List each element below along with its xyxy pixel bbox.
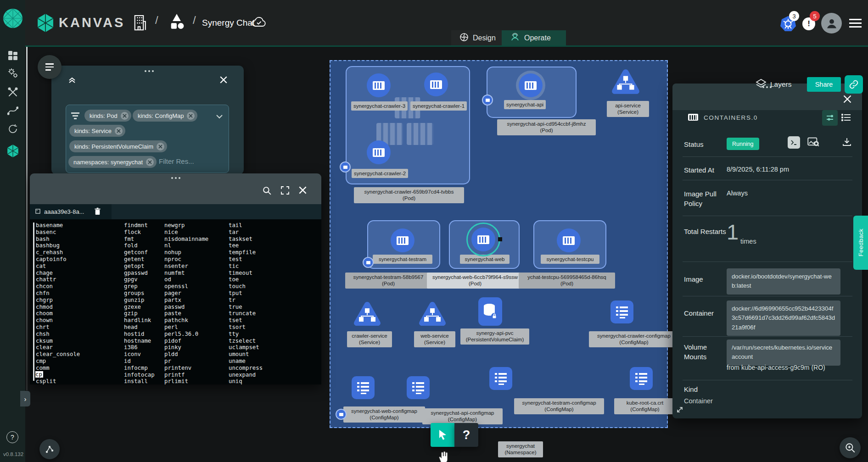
share-button[interactable]: Share [807, 77, 841, 92]
terminal-titlebar[interactable] [30, 173, 321, 204]
cloud-sync-icon[interactable] [251, 17, 267, 30]
graph-layout-button[interactable] [39, 439, 60, 459]
workspace-shapes-icon[interactable] [168, 13, 185, 32]
pod-resource-label[interactable]: synergychat-testram-58b9567(Pod) [345, 273, 431, 289]
pod-resource-label[interactable]: synergychat-web-6ccb79f964-s9ssw(Pod) [427, 273, 523, 289]
pod-badge-icon[interactable] [340, 161, 351, 173]
select-tool-button[interactable] [431, 423, 454, 447]
avatar[interactable] [821, 13, 842, 33]
chip-remove-icon[interactable] [157, 143, 164, 150]
filter-menu-button[interactable] [38, 55, 62, 79]
layers-button[interactable]: Layers [756, 78, 792, 91]
container-node-api[interactable] [519, 73, 543, 97]
container-node-crawler-3[interactable] [367, 73, 391, 97]
terminal-drag-handle[interactable] [171, 177, 180, 179]
expand-panel-icon[interactable] [676, 406, 684, 416]
container-node-crawler-1[interactable] [424, 72, 448, 96]
configmap-label[interactable]: synergychat-testram-configmap(ConfigMap) [514, 398, 604, 414]
organization-icon[interactable] [132, 14, 146, 33]
chevron-down-icon[interactable] [216, 112, 223, 121]
configmap-label[interactable]: kube-root-ca.crt(ConfigMap) [614, 398, 676, 414]
image-value[interactable]: docker.io/bootdotdev/synergychat-web:lat… [727, 268, 840, 295]
terminal-session-tab[interactable]: aaaa39e3-8a... [30, 204, 112, 219]
configmap-label[interactable]: synergychat-api-configmap(ConfigMap) [422, 408, 503, 424]
filter-chip[interactable]: namespaces: synergychat [68, 156, 157, 168]
zoom-search-button[interactable] [840, 437, 861, 458]
filter-search-input[interactable]: Filter Res... [159, 157, 194, 165]
trash-icon[interactable] [94, 207, 101, 217]
filter-close-icon[interactable] [219, 76, 228, 86]
service-label[interactable]: api-service(Service) [607, 101, 649, 117]
filter-panel-drag-handle[interactable] [145, 70, 154, 72]
terminal-output[interactable]: basename basenc bash bashbug c_rehash ca… [30, 219, 321, 384]
menu-hamburger-icon[interactable] [849, 19, 862, 28]
kind-value: Container [684, 397, 713, 405]
list-view-icon[interactable] [841, 113, 851, 124]
filter-chip[interactable]: kinds: PersistentVolumeClaim [69, 140, 167, 152]
image-inspect-button[interactable] [807, 136, 819, 150]
configmap-node-crawler[interactable] [610, 301, 633, 323]
open-terminal-button[interactable] [788, 136, 800, 149]
settings-gears-icon[interactable] [7, 67, 19, 79]
meshery-logo-icon[interactable] [3, 8, 23, 30]
filter-chip[interactable]: kinds: Pod [84, 110, 131, 122]
pvc-label[interactable]: synergy-api-pvc(PersistentVolumeClaim) [460, 328, 529, 345]
configmap-node-api[interactable] [407, 376, 430, 399]
service-node-api-service[interactable] [610, 68, 641, 97]
kanvas-logo-icon[interactable] [37, 14, 54, 34]
selection-handle[interactable] [498, 237, 502, 241]
terminal-close-icon[interactable] [298, 186, 307, 196]
terminal-scrollbar[interactable] [33, 223, 34, 381]
configmap-label[interactable]: synergychat-crawler-configmap(ConfigMap) [589, 331, 679, 347]
help-tool-button[interactable]: ? [454, 423, 478, 447]
tab-design[interactable]: Design [451, 30, 504, 45]
drawer-edge-line[interactable] [26, 46, 28, 390]
sync-orbit-icon[interactable] [7, 123, 19, 135]
chip-remove-icon[interactable] [121, 112, 129, 120]
container-node-testcpu[interactable] [557, 228, 581, 252]
configmap-node-kube-root-ca[interactable] [630, 367, 653, 390]
filter-chip[interactable]: kinds: ConfigMap [133, 110, 197, 122]
route-curve-icon[interactable] [7, 105, 19, 117]
collapse-icon[interactable] [68, 76, 76, 86]
toolbox-icon[interactable] [7, 86, 19, 98]
pod-resource-label[interactable]: synergychat-api-cd954ccbf-j8mhz(Pod) [497, 119, 596, 135]
configmap-node-web[interactable] [352, 376, 375, 399]
container-node-testram[interactable] [391, 228, 414, 252]
pod-resource-label[interactable]: ychat-testcpu-569958465d-86hsq(Pod) [519, 273, 615, 289]
service-node-web-service[interactable] [418, 301, 447, 329]
terminal-fullscreen-icon[interactable] [280, 186, 290, 197]
kanvas-rail-icon[interactable] [7, 145, 19, 157]
pvc-node[interactable] [478, 297, 502, 326]
chip-remove-icon[interactable] [146, 158, 154, 166]
chip-remove-icon[interactable] [187, 112, 195, 120]
help-icon[interactable]: ? [6, 431, 18, 443]
filter-input-box[interactable]: kinds: Pod kinds: ConfigMap kinds: Servi… [66, 105, 229, 173]
pod-badge-icon[interactable] [482, 95, 493, 106]
container-value[interactable]: docker://6d96990655cc952b4423304f3c57d66… [727, 301, 840, 336]
breadcrumb-project-name[interactable]: Synergy Chat [202, 18, 255, 28]
chip-remove-icon[interactable] [115, 127, 123, 135]
service-label[interactable]: crawler-service(Service) [347, 331, 392, 347]
expand-drawer-chevron[interactable]: › [20, 391, 30, 406]
container-node-crawler-2[interactable] [367, 140, 391, 164]
configmap-label[interactable]: synergychat-web-configmap(ConfigMap) [343, 406, 425, 423]
feedback-tab[interactable]: Feedback [853, 216, 868, 270]
details-close-icon[interactable] [843, 95, 852, 106]
copy-link-button[interactable] [845, 75, 863, 94]
pod-resource-label[interactable]: synergychat-crawler-659b97cd4-tvbbs(Pod) [354, 187, 464, 203]
volume-mounts-path[interactable]: /var/run/secrets/kubernetes.io/serviceac… [727, 340, 840, 366]
configmap-node-testram[interactable] [489, 367, 512, 390]
tab-operate[interactable]: Operate [502, 30, 566, 45]
namespace-label[interactable]: synergychat(Namespace) [498, 441, 543, 457]
pod-badge-icon[interactable] [336, 409, 347, 420]
pod-badge-icon[interactable] [363, 257, 374, 268]
service-node-crawler-service[interactable] [353, 301, 382, 329]
dashboard-icon[interactable] [7, 50, 19, 61]
download-icon[interactable] [842, 137, 852, 149]
view-config-toggle[interactable] [822, 110, 838, 126]
service-label[interactable]: web-service(Service) [414, 331, 455, 347]
terminal-search-icon[interactable] [262, 186, 272, 197]
terminal-tabbar: aaaa39e3-8a... [30, 204, 321, 219]
filter-chip[interactable]: kinds: Service [69, 125, 125, 137]
